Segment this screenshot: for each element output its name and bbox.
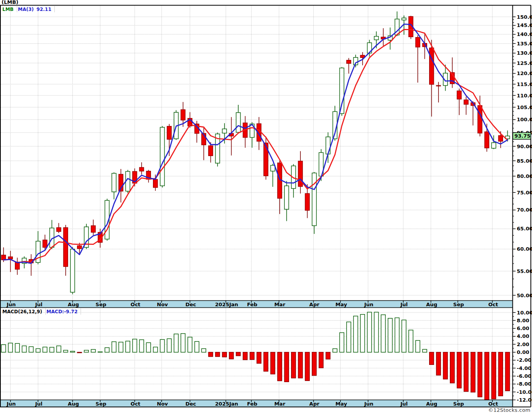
macd-bar-negative (430, 352, 434, 365)
macd-bar-positive (360, 314, 365, 352)
svg-text:Jun: Jun (6, 401, 16, 407)
svg-text:135.00: 135.00 (517, 41, 532, 47)
macd-bar-negative (229, 352, 234, 359)
macd-bar-negative (77, 352, 82, 353)
macd-bar-negative (236, 352, 241, 356)
svg-text:50.00: 50.00 (517, 293, 532, 298)
macd-bar-positive (36, 348, 40, 352)
candle-down (416, 38, 420, 47)
candle-up (222, 129, 226, 133)
macd-bar-positive (409, 330, 413, 352)
macd-bar-negative (326, 352, 330, 359)
svg-text:130.00: 130.00 (517, 50, 532, 56)
macd-bar-negative (257, 352, 261, 363)
svg-text:Jul: Jul (400, 401, 408, 407)
svg-text:Aug: Aug (426, 401, 437, 407)
candle-up (284, 186, 289, 209)
candle-down (264, 143, 268, 176)
svg-text:Sep: Sep (453, 302, 464, 307)
candle-down (498, 136, 503, 142)
svg-text:65.00: 65.00 (517, 226, 532, 232)
svg-text:Jul: Jul (35, 401, 43, 407)
candle-down (347, 60, 351, 63)
svg-text:2025Jan: 2025Jan (215, 302, 238, 307)
macd-bar-positive (91, 349, 95, 352)
macd-bar-positive (112, 342, 116, 352)
price-axis: 50.0055.0060.0065.0070.0075.0080.0085.00… (512, 14, 532, 298)
macd-bar-positive (126, 341, 130, 352)
legend-ma-cell: MA(3) 92.11 (17, 6, 55, 12)
macd-bar-positive (22, 346, 26, 352)
macd-bar-negative (284, 352, 289, 382)
credit-link[interactable]: ©12Stocks.com (488, 407, 530, 413)
svg-text:May: May (335, 302, 347, 307)
macd-bar-negative (250, 352, 254, 360)
macd-legend: MACD(26,12,9) MACD:-9.72 (2, 309, 81, 314)
svg-text:Mar: Mar (274, 302, 286, 307)
macd-bar-positive (188, 337, 192, 352)
svg-text:75.00: 75.00 (517, 190, 532, 196)
macd-bar-negative (243, 352, 247, 360)
macd-bar-positive (98, 352, 102, 352)
svg-text:115.00: 115.00 (517, 81, 532, 87)
macd-bar-negative (264, 352, 268, 372)
candle-down (77, 246, 82, 249)
svg-text:-4.00: -4.00 (517, 365, 531, 371)
macd-bar-positive (354, 316, 358, 352)
candle-down (167, 126, 171, 139)
macd-bar-positive (395, 318, 399, 352)
macd-bar-negative (271, 352, 275, 374)
macd-bar-negative (305, 352, 309, 381)
svg-text:Mar: Mar (274, 401, 286, 407)
macd-bar-positive (160, 339, 164, 352)
macd-bar-negative (312, 352, 316, 375)
candle-down (457, 91, 461, 99)
svg-text:150.00: 150.00 (517, 14, 532, 20)
macd-bar-negative (492, 352, 496, 399)
svg-text:Nov: Nov (157, 302, 168, 307)
candle-down (57, 228, 61, 232)
svg-text:Aug: Aug (68, 401, 79, 407)
macd-bar-positive (57, 346, 61, 352)
candle-down (153, 180, 158, 188)
svg-text:-6.00: -6.00 (517, 373, 531, 379)
macd-bar-positive (15, 343, 20, 352)
ma-label: MA(3) (18, 7, 34, 12)
svg-text:60.00: 60.00 (517, 246, 532, 252)
macd-bar-negative (478, 352, 482, 397)
candle-down (436, 86, 440, 86)
macd-value-cell: MACD:-9.72 (46, 309, 81, 314)
macd-bar-positive (63, 350, 68, 352)
svg-text:-12.00: -12.00 (517, 397, 532, 403)
macd-bar-positive (333, 349, 337, 352)
candle-down (140, 167, 144, 171)
price-legend: LMB MA(3) 92.11 (2, 6, 55, 12)
svg-text:80.00: 80.00 (517, 173, 532, 179)
candle-down (43, 240, 47, 248)
macd-bar-negative (443, 352, 448, 379)
macd-bar-positive (84, 350, 88, 352)
macd-histogram (2, 312, 510, 400)
candle-down (91, 226, 95, 232)
macd-bar-positive (402, 320, 406, 352)
candle-down (478, 106, 482, 133)
candle-up (70, 249, 75, 292)
macd-bar-negative (319, 352, 323, 368)
macd-axis: 10.008.006.004.002.000.00-2.00-4.00-6.00… (512, 310, 532, 403)
svg-text:Aug: Aug (426, 302, 437, 307)
macd-bar-positive (181, 334, 185, 352)
axis-bands (0, 301, 512, 407)
svg-text:Sep: Sep (95, 302, 106, 307)
svg-text:Feb: Feb (247, 401, 257, 407)
candle-down (305, 194, 309, 210)
macd-bar-negative (291, 352, 296, 378)
candle-up (112, 173, 116, 192)
candle-down (464, 100, 468, 104)
candle-down (63, 228, 68, 267)
macd-bar-positive (422, 349, 427, 352)
macd-value: MACD:-9.72 (47, 309, 77, 314)
candle-down (2, 255, 6, 260)
svg-text:Sep: Sep (453, 401, 464, 407)
macd-bar-negative (450, 352, 455, 383)
macd-bar-positive (140, 340, 144, 352)
